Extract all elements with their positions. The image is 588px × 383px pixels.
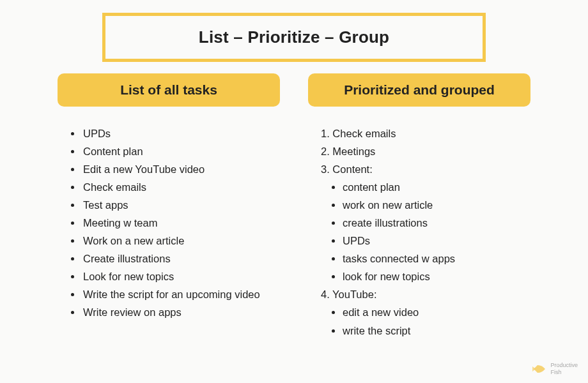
left-column-content: UPDsContent planEdit a new YouTube video… bbox=[58, 124, 280, 322]
list-item: Check emails bbox=[82, 178, 280, 196]
sub-list-item: UPDs bbox=[343, 232, 530, 250]
list-item: Write review on apps bbox=[82, 303, 280, 321]
fish-icon bbox=[532, 363, 546, 375]
prioritized-item: 2. Meetings bbox=[321, 142, 530, 160]
list-item: Edit a new YouTube video bbox=[82, 160, 280, 178]
sub-list-item: tasks connected w apps bbox=[343, 250, 530, 267]
item-label: YouTube: bbox=[332, 289, 376, 300]
left-column: List of all tasks UPDsContent planEdit a… bbox=[58, 73, 280, 340]
item-label: Meetings bbox=[332, 146, 375, 157]
list-item: Test apps bbox=[82, 196, 280, 214]
left-column-header: List of all tasks bbox=[58, 73, 280, 107]
sub-list-item: look for new topics bbox=[343, 267, 530, 285]
list-item: Look for new topics bbox=[82, 267, 280, 285]
list-item: Create illustrations bbox=[82, 250, 280, 267]
list-item: UPDs bbox=[82, 124, 280, 142]
prioritized-item: 4. YouTube:edit a new videowrite the scr… bbox=[321, 285, 530, 339]
prioritized-list: 1. Check emails2. Meetings3. Content:con… bbox=[321, 124, 530, 340]
title-box: List – Prioritize – Group bbox=[102, 13, 486, 62]
sub-list: content planwork on new articlecreate il… bbox=[321, 178, 530, 285]
sub-list: edit a new videowrite the script bbox=[321, 303, 530, 339]
sub-list-item: content plan bbox=[343, 178, 530, 196]
right-column-content: 1. Check emails2. Meetings3. Content:con… bbox=[308, 124, 530, 340]
prioritized-item: 1. Check emails bbox=[321, 124, 530, 142]
sub-list-item: edit a new video bbox=[343, 303, 530, 321]
item-number: 1. bbox=[321, 128, 332, 139]
columns-container: List of all tasks UPDsContent planEdit a… bbox=[0, 73, 588, 340]
item-number: 3. bbox=[321, 163, 332, 175]
list-item: Write the script for an upcoming video bbox=[82, 285, 280, 303]
sub-list-item: work on new article bbox=[343, 196, 530, 214]
brand-text: Productive Fish bbox=[550, 362, 578, 375]
prioritized-item: 3. Content:content planwork on new artic… bbox=[321, 160, 530, 285]
item-number: 2. bbox=[321, 146, 332, 157]
right-column-header: Prioritized and grouped bbox=[308, 73, 530, 107]
item-label: Content: bbox=[332, 163, 372, 175]
list-item: Content plan bbox=[82, 142, 280, 160]
list-item: Meeting w team bbox=[82, 214, 280, 232]
brand-line2: Fish bbox=[550, 369, 561, 375]
sub-list-item: create illustrations bbox=[343, 214, 530, 232]
item-number: 4. bbox=[321, 289, 332, 300]
page-title: List – Prioritize – Group bbox=[118, 27, 470, 47]
item-label: Check emails bbox=[332, 128, 396, 139]
right-column: Prioritized and grouped 1. Check emails2… bbox=[308, 73, 530, 340]
brand-logo: Productive Fish bbox=[532, 362, 578, 375]
sub-list-item: write the script bbox=[343, 322, 530, 340]
brand-line1: Productive bbox=[550, 362, 578, 368]
list-item: Work on a new article bbox=[82, 232, 280, 250]
task-list: UPDsContent planEdit a new YouTube video… bbox=[70, 124, 280, 322]
